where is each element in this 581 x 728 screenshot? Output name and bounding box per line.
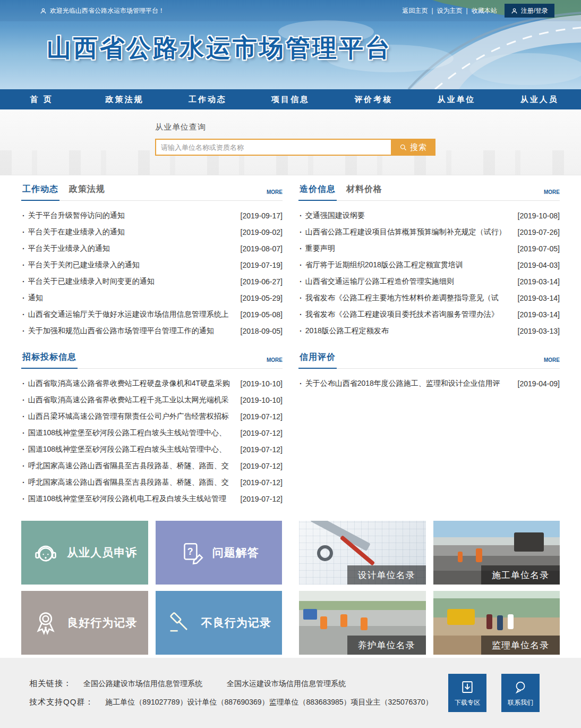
news-title-link[interactable]: 交通强国建设纲要 bbox=[305, 211, 515, 221]
news-row: 国道108线神堂堡至砂河段公路机电工程及白坡头主线站管理[2019-07-12] bbox=[21, 490, 283, 507]
news-title-link[interactable]: 国道108线神堂堡至砂河段公路工程白坡头主线站管理中心、 bbox=[28, 445, 237, 454]
nav-item[interactable]: 首 页 bbox=[0, 89, 83, 109]
news-row: 呼北国家高速公路山西省隰县至吉县段路基、桥隧、路面、交[2019-07-12] bbox=[21, 474, 283, 490]
panel-work-news: 工作动态 政策法规 MORE 关于平台升级暂停访问的通知[2019-09-17]… bbox=[21, 183, 283, 339]
tab-material-price[interactable]: 材料价格 bbox=[345, 184, 383, 201]
nav-item[interactable]: 工作动态 bbox=[166, 89, 249, 109]
news-title-link[interactable]: 呼北国家高速公路山西省隰县至吉县段路基、桥隧、路面、交 bbox=[28, 478, 237, 487]
news-title-link[interactable]: 关于公布山西省2018年度公路施工、监理和设计企业信用评 bbox=[305, 379, 515, 388]
bearing-decoration bbox=[317, 545, 333, 561]
news-date: [2019-04-09] bbox=[518, 379, 560, 388]
search-input[interactable] bbox=[155, 139, 391, 156]
news-title-link[interactable]: 我省发布《公路工程主要地方性材料价差调整指导意见（试 bbox=[305, 293, 515, 303]
news-title-link[interactable]: 关于加强和规范山西省公路市场管理平台管理工作的通知 bbox=[28, 326, 237, 336]
contact-us-button[interactable]: 联系我们 bbox=[501, 674, 540, 712]
tile-bad-behavior[interactable]: 不良行为记录 bbox=[156, 591, 283, 655]
related-link[interactable]: 全国公路建设市场信用信息管理系统 bbox=[83, 679, 202, 689]
news-title-link[interactable]: 平台关于已建业绩录入时间变更的通知 bbox=[28, 277, 237, 286]
news-title-link[interactable]: 我省发布《公路工程建设项目委托技术咨询服务管理办法》 bbox=[305, 310, 515, 319]
news-date: [2019-09-02] bbox=[241, 228, 283, 236]
news-title-link[interactable]: 国道108线神堂堡至砂河段公路工程白坡头主线站管理中心、 bbox=[28, 428, 237, 438]
search-section-title: 从业单位查询 bbox=[155, 122, 581, 132]
news-title-link[interactable]: 山西省公路工程建设项目估算概算预算编制补充规定（试行） bbox=[305, 227, 515, 237]
card-label: 养护单位名录 bbox=[347, 636, 426, 655]
question-note-icon: ? bbox=[178, 539, 205, 566]
news-date: [2019-05-29] bbox=[241, 294, 283, 302]
tab-work-news[interactable]: 工作动态 bbox=[21, 184, 59, 201]
more-link[interactable]: MORE bbox=[544, 357, 560, 368]
panel-bidding-info: 招标投标信息 MORE 山西省取消高速公路省界收费站工程硬盘录像机和4T硬盘采购… bbox=[21, 351, 283, 507]
news-row: 关于公布山西省2018年度公路施工、监理和设计企业信用评[2019-04-09] bbox=[298, 375, 560, 392]
card-maintenance-directory[interactable]: 养护单位名录 bbox=[299, 591, 426, 655]
news-title-link[interactable]: 山西省交通运输厅公路工程造价管理实施细则 bbox=[305, 277, 515, 286]
site-title: 山西省公路水运市场管理平台 bbox=[47, 32, 392, 65]
tab-credit-rating[interactable]: 信用评价 bbox=[298, 352, 337, 369]
worker-decoration bbox=[320, 616, 327, 629]
news-date: [2019-04-03] bbox=[518, 261, 560, 269]
news-row: 我省发布《公路工程主要地方性材料价差调整指导意见（试[2019-03-14] bbox=[298, 290, 560, 306]
nav-item[interactable]: 政策法规 bbox=[83, 89, 166, 109]
news-title-link[interactable]: 重要声明 bbox=[305, 244, 515, 253]
nav-item[interactable]: 从业人员 bbox=[498, 89, 581, 109]
directory-photo-cards: 设计单位名录 施工单位名录 养护单位名录 监理单位名录 bbox=[299, 521, 560, 655]
header-banner: 欢迎光临山西省公路水运市场管理平台！ 返回主页设为主页收藏本站 注册/登录 山西… bbox=[0, 0, 581, 89]
news-title-link[interactable]: 平台关于在建业绩录入的通知 bbox=[28, 227, 237, 237]
search-button[interactable]: 搜索 bbox=[391, 139, 435, 156]
card-supervision-directory[interactable]: 监理单位名录 bbox=[433, 591, 560, 655]
truck-decoration bbox=[303, 609, 317, 620]
topbar-link[interactable]: 收藏本站 bbox=[472, 7, 497, 14]
nav-item[interactable]: 从业单位 bbox=[415, 89, 498, 109]
download-zone-button[interactable]: 下载专区 bbox=[448, 674, 486, 712]
news-title-link[interactable]: 2018版公路工程定额发布 bbox=[305, 326, 515, 336]
news-title-link[interactable]: 山西省取消高速公路省界收费站工程硬盘录像机和4T硬盘采购 bbox=[28, 379, 237, 388]
news-date: [2019-07-12] bbox=[241, 462, 283, 470]
news-row: 山西省交通运输厅关于做好水运建设市场信用信息管理系统上[2019-05-08] bbox=[21, 306, 283, 323]
news-title-link[interactable]: 呼北国家高速公路山西省隰县至吉县段路基、桥隧、路面、交 bbox=[28, 461, 237, 471]
more-link[interactable]: MORE bbox=[267, 357, 283, 368]
topbar-link[interactable]: 返回主页 bbox=[402, 7, 437, 14]
tab-bidding-info[interactable]: 招标投标信息 bbox=[21, 352, 78, 369]
tile-question-answer[interactable]: ? 问题解答 bbox=[156, 521, 283, 585]
news-title-link[interactable]: 通知 bbox=[28, 293, 237, 303]
footer: 相关链接： 全国公路建设市场信用信息管理系统全国水运建设市场信用信息管理系统 技… bbox=[0, 658, 581, 728]
user-icon bbox=[40, 7, 47, 14]
more-link[interactable]: MORE bbox=[267, 189, 283, 200]
news-row: 平台关于已建业绩录入时间变更的通知[2019-06-27] bbox=[21, 273, 283, 290]
news-row: 呼北国家高速公路山西省隰县至吉县段路基、桥隧、路面、交[2019-07-12] bbox=[21, 458, 283, 474]
news-title-link[interactable]: 平台关于业绩录入的通知 bbox=[28, 244, 237, 253]
news-row: 交通强国建设纲要[2019-10-08] bbox=[298, 207, 560, 224]
user-icon bbox=[511, 7, 518, 14]
news-row: 关于平台升级暂停访问的通知[2019-09-17] bbox=[21, 207, 283, 224]
news-date: [2019-05-08] bbox=[241, 310, 283, 319]
worker-decoration bbox=[361, 617, 368, 630]
tab-policy[interactable]: 政策法规 bbox=[68, 184, 106, 201]
nav-item[interactable]: 评价考核 bbox=[332, 89, 415, 109]
card-design-directory[interactable]: 设计单位名录 bbox=[299, 521, 426, 585]
news-date: [2019-07-05] bbox=[518, 244, 560, 253]
tile-good-behavior[interactable]: 良好行为记录 bbox=[21, 591, 148, 655]
main-content: 工作动态 政策法规 MORE 关于平台升级暂停访问的通知[2019-09-17]… bbox=[0, 175, 581, 655]
tile-personnel-appeal[interactable]: 从业人员申诉 bbox=[21, 521, 148, 585]
news-row: 省厅将于近期组织2018版公路工程定额宣贯培训[2019-04-03] bbox=[298, 257, 560, 273]
news-title-link[interactable]: 国道108线神堂堡至砂河段公路机电工程及白坡头主线站管理 bbox=[28, 494, 237, 504]
news-row: 山西吕梁环城高速公路管理有限责任公司户外广告经营权招标[2019-07-12] bbox=[21, 408, 283, 425]
more-link[interactable]: MORE bbox=[544, 189, 560, 200]
welcome-text: 欢迎光临山西省公路水运市场管理平台！ bbox=[40, 6, 165, 15]
worker-decoration bbox=[458, 552, 463, 562]
news-title-link[interactable]: 山西省取消高速公路省界收费站工程千兆工业以太网光端机采 bbox=[28, 395, 237, 405]
news-title-link[interactable]: 关于平台升级暂停访问的通知 bbox=[28, 211, 237, 221]
panel-cost-info: 造价信息 材料价格 MORE 交通强国建设纲要[2019-10-08]山西省公路… bbox=[298, 183, 560, 339]
related-link[interactable]: 全国水运建设市场信用信息管理系统 bbox=[227, 679, 346, 689]
card-construction-directory[interactable]: 施工单位名录 bbox=[433, 521, 560, 585]
register-login-button[interactable]: 注册/登录 bbox=[505, 4, 554, 18]
news-date: [2019-06-27] bbox=[241, 277, 283, 286]
news-date: [2019-07-19] bbox=[241, 261, 283, 269]
topbar-link[interactable]: 设为主页 bbox=[437, 7, 472, 14]
news-title-link[interactable]: 山西吕梁环城高速公路管理有限责任公司户外广告经营权招标 bbox=[28, 412, 237, 421]
news-title-link[interactable]: 山西省交通运输厅关于做好水运建设市场信用信息管理系统上 bbox=[28, 310, 237, 319]
news-title-link[interactable]: 省厅将于近期组织2018版公路工程定额宣贯培训 bbox=[305, 260, 515, 270]
nav-item[interactable]: 项目信息 bbox=[249, 89, 332, 109]
tab-cost-info[interactable]: 造价信息 bbox=[298, 184, 337, 201]
news-row: 关于加强和规范山西省公路市场管理平台管理工作的通知[2018-09-05] bbox=[21, 323, 283, 339]
news-title-link[interactable]: 平台关于关闭已建业绩录入的通知 bbox=[28, 260, 237, 270]
